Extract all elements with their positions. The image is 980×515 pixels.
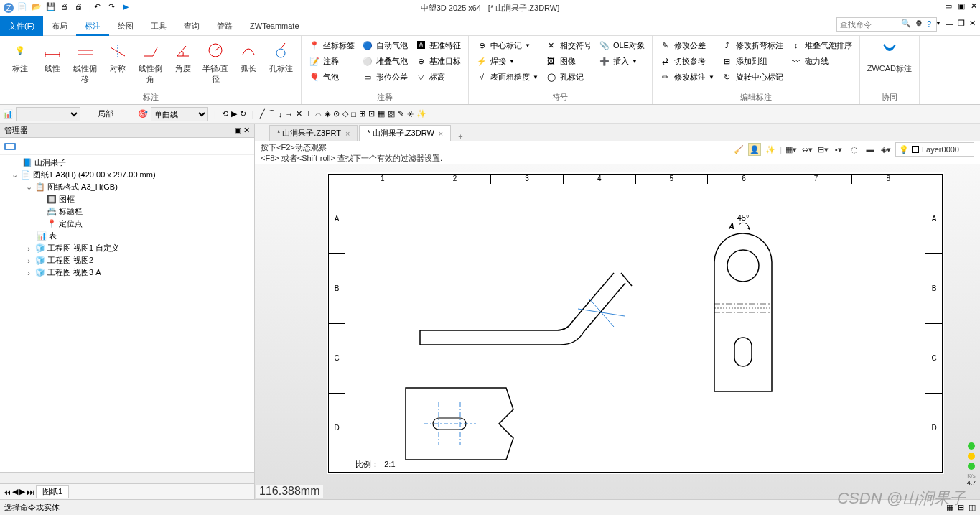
undo-icon[interactable]: ↶	[94, 2, 106, 14]
vt-wand-icon[interactable]: ✨	[764, 143, 777, 156]
edit-jog-button[interactable]: ⤴修改折弯标注	[719, 37, 786, 53]
vt-align-icon[interactable]: ⊟▾	[816, 143, 829, 156]
menu-teammate[interactable]: ZWTeammate	[241, 16, 307, 36]
vt-fill-icon[interactable]: ▪▾	[832, 143, 845, 156]
nav-next-icon[interactable]: ▶	[19, 487, 25, 496]
settings-icon[interactable]: ⚙	[915, 19, 923, 28]
tree-hscroll[interactable]	[0, 472, 254, 483]
center-mark-button[interactable]: ⊕中心标记▼	[473, 37, 541, 53]
tab-drawing[interactable]: * 山涧果子.Z3DRW×	[359, 125, 451, 141]
nav-last-icon[interactable]: ⏭	[27, 488, 34, 496]
magnetic-button[interactable]: 〰磁力线	[788, 53, 855, 69]
vt-circle-icon[interactable]: ◌	[848, 143, 861, 156]
vt-person-icon[interactable]: 👤	[748, 143, 761, 156]
sb-icon-3[interactable]: ◫	[969, 503, 976, 512]
print-preview-icon[interactable]: 🖨	[75, 2, 86, 14]
menu-annotate[interactable]: 标注	[76, 16, 109, 36]
dim-radius-button[interactable]: 半径/直径	[200, 37, 231, 91]
search-icon[interactable]: 🔍	[901, 19, 911, 28]
tool-grid-icon[interactable]: ⊞	[359, 109, 365, 119]
tool-x-icon[interactable]: ✕	[296, 109, 302, 119]
dim-arc-button[interactable]: 弧长	[233, 37, 263, 91]
new-tab-icon[interactable]: +	[452, 132, 468, 141]
vt-rect-icon[interactable]: ▬	[864, 143, 877, 156]
menu-tools[interactable]: 工具	[142, 16, 175, 36]
dim-linear-button[interactable]: 线性	[37, 37, 67, 91]
close2-icon[interactable]: ✕	[969, 19, 976, 28]
weld-button[interactable]: ⚡焊接▼	[473, 53, 541, 69]
tab-close-icon[interactable]: ×	[439, 129, 443, 138]
tool-mid-icon[interactable]: ◈	[325, 109, 330, 119]
tool-a-icon[interactable]: ▦	[378, 109, 385, 119]
tool-quad-icon[interactable]: ◇	[342, 109, 348, 119]
save-icon[interactable]: 💾	[46, 2, 57, 14]
redo-icon[interactable]: ↷	[108, 2, 120, 14]
edit-tol-button[interactable]: ✎修改公差	[657, 37, 717, 53]
play-icon[interactable]: ▶	[123, 2, 134, 14]
filter-select[interactable]	[16, 107, 80, 121]
vt-eraser-icon[interactable]: 🧹	[732, 143, 745, 156]
menu-layout[interactable]: 布局	[43, 16, 76, 36]
vt-layers-icon[interactable]: ◈▾	[879, 143, 892, 156]
elevation-button[interactable]: ▽标高	[412, 69, 464, 85]
min2-icon[interactable]: —	[946, 19, 953, 28]
tool-icon-1[interactable]: ⟲	[222, 109, 228, 119]
panel-close-icon[interactable]: ✕	[243, 126, 250, 134]
drawing-canvas[interactable]: 12345678 ABCD ABCD	[255, 164, 980, 499]
coord-label-button[interactable]: 📍坐标标签	[306, 37, 358, 53]
toggle-ref-button[interactable]: ⇄切换参考	[657, 53, 717, 69]
tree-view[interactable]: 📘山涧果子 ⌄📄图纸1 A3(H) (420.00 x 297.00 mm) ⌄…	[0, 155, 254, 472]
tool-end-icon[interactable]: □	[351, 110, 356, 119]
menu-pipe[interactable]: 管路	[208, 16, 241, 36]
dim-chamfer-button[interactable]: 线性倒角	[135, 37, 166, 91]
menu-file[interactable]: 文件(F)	[0, 16, 43, 36]
insert-button[interactable]: ➕插入▼	[596, 53, 648, 69]
minimize-icon[interactable]: ▭	[945, 1, 952, 11]
tool-icon-2[interactable]: ▶	[231, 109, 237, 119]
zwcad-button[interactable]: ZWCAD标注	[864, 37, 915, 91]
filter-icon[interactable]: 📊	[3, 109, 13, 119]
edit-dim-button[interactable]: ✏修改标注▼	[657, 69, 717, 85]
tool-b-icon[interactable]: ▧	[388, 109, 395, 119]
tool-v-icon[interactable]: ↓	[279, 110, 283, 119]
datum-feature-button[interactable]: 🅰基准特征	[412, 37, 464, 53]
tool-d-icon[interactable]: ⚹	[407, 109, 414, 119]
tool-arc-icon[interactable]: ⌒	[268, 108, 276, 119]
image-button[interactable]: 🖼图像	[543, 53, 594, 69]
tool-perp-icon[interactable]: ⊥	[305, 109, 312, 119]
roughness-button[interactable]: √表面粗糙度▼	[473, 69, 541, 85]
nav-first-icon[interactable]: ⏮	[3, 488, 11, 496]
tool-cen-icon[interactable]: ⊙	[333, 109, 340, 119]
sb-icon-1[interactable]: ▦	[946, 503, 953, 512]
curve-select[interactable]: 单曲线	[151, 107, 208, 121]
rotate-center-button[interactable]: ↻旋转中心标记	[719, 69, 786, 85]
note-button[interactable]: 📝注释	[306, 53, 358, 69]
pin-icon[interactable]: ▣	[234, 126, 241, 134]
ole-button[interactable]: 📎OLE对象	[596, 37, 648, 53]
tab-close-icon[interactable]: ×	[345, 129, 350, 138]
tool-e-icon[interactable]: ✨	[416, 109, 426, 119]
restore-icon[interactable]: ❐	[958, 19, 965, 28]
vt-arrows-icon[interactable]: ⇔▾	[801, 143, 813, 156]
datum-target-button[interactable]: ⊕基准目标	[412, 53, 464, 69]
new-icon[interactable]: 📄	[17, 2, 29, 14]
tab-part[interactable]: * 山涧果子.Z3PRT×	[269, 125, 358, 141]
dim-symmetric-button[interactable]: 对称	[102, 37, 133, 91]
add-group-button[interactable]: ⊞添加到组	[719, 53, 786, 69]
auto-balloon-button[interactable]: 🔵自动气泡	[359, 37, 411, 53]
sort-balloon-button[interactable]: ↕堆叠气泡排序	[788, 37, 855, 53]
intersect-button[interactable]: ✕相交符号	[543, 37, 594, 53]
menu-draw[interactable]: 绘图	[109, 16, 142, 36]
dim-hole-button[interactable]: 孔标注	[266, 37, 297, 91]
menu-query[interactable]: 查询	[175, 16, 208, 36]
nav-prev-icon[interactable]: ◀	[12, 487, 18, 496]
help-icon[interactable]: ?	[927, 19, 931, 28]
dim-offset-button[interactable]: 线性偏移	[70, 37, 101, 91]
layer-combo[interactable]: 💡 Layer0000	[895, 142, 974, 157]
sb-icon-2[interactable]: ⊞	[958, 503, 964, 512]
vt-grid-icon[interactable]: ▦▾	[785, 143, 798, 156]
gdt-button[interactable]: ▭形位公差	[359, 69, 411, 85]
tool-icon-3[interactable]: ↻	[240, 109, 246, 119]
manager-mode-icon[interactable]	[3, 139, 17, 154]
close-icon[interactable]: ✕	[971, 1, 977, 11]
